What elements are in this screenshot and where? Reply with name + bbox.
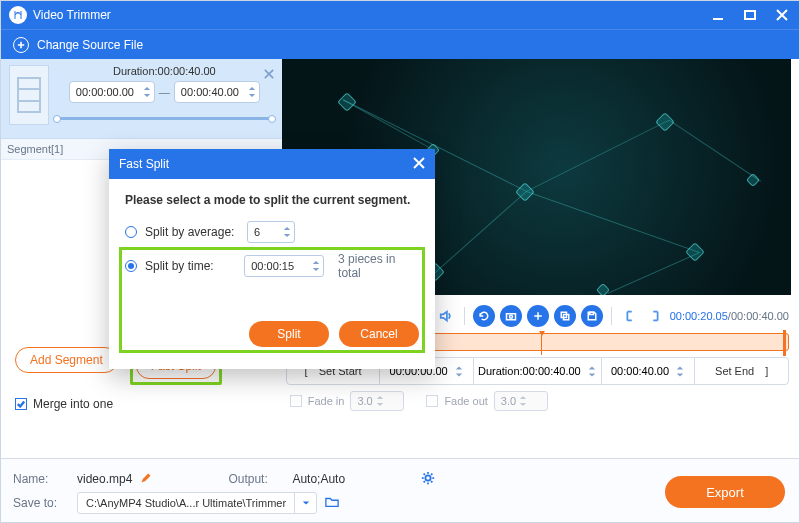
fade-out-checkbox[interactable]: [426, 395, 438, 407]
dialog-titlebar: Fast Split: [109, 149, 435, 179]
chevron-down-icon[interactable]: [294, 493, 316, 513]
minimize-button[interactable]: [709, 6, 727, 24]
svg-rect-0: [745, 11, 755, 19]
svg-line-9: [608, 253, 700, 294]
segment-range-slider[interactable]: [55, 117, 274, 120]
plus-icon: [13, 37, 29, 53]
merge-checkbox[interactable]: [15, 398, 27, 410]
output-settings-icon[interactable]: [421, 471, 435, 488]
spinner-icon[interactable]: [247, 85, 257, 99]
fade-row: Fade in 3.0 Fade out 3.0: [290, 391, 789, 411]
save-path-dropdown[interactable]: C:\AnyMP4 Studio\A...r Ultimate\Trimmer: [77, 492, 317, 514]
merge-label: Merge into one: [33, 397, 113, 411]
bottom-bar: Name: video.mp4 Output: Auto;Auto Save t…: [1, 458, 799, 522]
snapshot-button[interactable]: [500, 305, 522, 327]
fade-in-checkbox[interactable]: [290, 395, 302, 407]
fade-in-input[interactable]: 3.0: [350, 391, 404, 411]
dash: —: [159, 86, 170, 98]
segment-end-input[interactable]: 00:00:40.00: [174, 81, 260, 103]
output-value: Auto;Auto: [292, 472, 345, 486]
add-segment-button[interactable]: Add Segment: [15, 347, 118, 373]
dialog-close-icon[interactable]: [413, 157, 425, 172]
svg-line-3: [526, 120, 669, 191]
dialog-prompt: Please select a mode to split the curren…: [125, 193, 419, 207]
maximize-button[interactable]: [741, 6, 759, 24]
app-title: Video Trimmer: [33, 8, 111, 22]
fast-split-dialog: Fast Split Please select a mode to split…: [109, 149, 435, 369]
edit-name-icon[interactable]: [140, 472, 152, 487]
output-label: Output:: [228, 472, 284, 486]
segment-start-input[interactable]: 00:00:00.00: [69, 81, 155, 103]
svg-line-4: [434, 191, 526, 272]
change-source-label: Change Source File: [37, 38, 143, 52]
segment-duration: Duration:00:00:40.00: [55, 65, 274, 77]
fade-in-option[interactable]: Fade in 3.0: [290, 391, 405, 411]
split-average-input[interactable]: 6: [247, 221, 295, 243]
segment-card[interactable]: Duration:00:00:40.00 00:00:00.00 — 00:00…: [1, 59, 282, 139]
open-folder-icon[interactable]: [325, 495, 339, 512]
merge-checkbox-row[interactable]: Merge into one: [1, 393, 282, 419]
fade-in-label: Fade in: [308, 395, 345, 407]
change-source-bar[interactable]: Change Source File: [1, 29, 799, 59]
save-path-value: C:\AnyMP4 Studio\A...r Ultimate\Trimmer: [78, 497, 294, 509]
save-snap-button[interactable]: [581, 305, 603, 327]
time-readout: 00:00:20.05/00:00:40.00: [670, 310, 789, 322]
dialog-title: Fast Split: [119, 157, 169, 171]
end-value-input[interactable]: 00:00:40.00: [602, 358, 696, 384]
export-button[interactable]: Export: [665, 476, 785, 508]
svg-rect-1: [18, 78, 40, 112]
copy-button[interactable]: [554, 305, 576, 327]
highlight-box: [119, 247, 425, 353]
split-average-option[interactable]: Split by average: 6: [125, 219, 419, 245]
titlebar: Video Trimmer: [1, 1, 799, 29]
svg-point-13: [509, 315, 512, 318]
fade-out-input[interactable]: 3.0: [494, 391, 548, 411]
segment-thumb: [9, 65, 49, 125]
svg-point-17: [425, 475, 430, 480]
trim-handle-right[interactable]: [780, 330, 788, 356]
name-value: video.mp4: [77, 472, 132, 486]
mark-out-icon[interactable]: [645, 306, 665, 326]
set-end-button[interactable]: Set End ]: [695, 358, 788, 384]
volume-icon[interactable]: [436, 306, 456, 326]
mark-in-icon[interactable]: [620, 306, 640, 326]
app-icon: [9, 6, 27, 24]
split-average-label: Split by average:: [145, 225, 239, 239]
name-label: Name:: [13, 472, 69, 486]
save-label: Save to:: [13, 496, 69, 510]
spinner-icon[interactable]: [142, 85, 152, 99]
app-window: Video Trimmer Change Source File Duratio…: [0, 0, 800, 523]
add-button[interactable]: [527, 305, 549, 327]
fade-out-label: Fade out: [444, 395, 487, 407]
svg-line-8: [343, 100, 435, 151]
close-button[interactable]: [773, 6, 791, 24]
duration-value-input[interactable]: Duration:00:00:40.00: [474, 358, 602, 384]
svg-rect-16: [589, 312, 593, 314]
remove-segment-icon[interactable]: [264, 65, 276, 77]
radio-average[interactable]: [125, 226, 137, 238]
svg-line-5: [526, 191, 699, 252]
playhead[interactable]: [537, 331, 547, 355]
fade-out-option[interactable]: Fade out 3.0: [426, 391, 547, 411]
reset-button[interactable]: [473, 305, 495, 327]
svg-line-6: [669, 120, 761, 181]
